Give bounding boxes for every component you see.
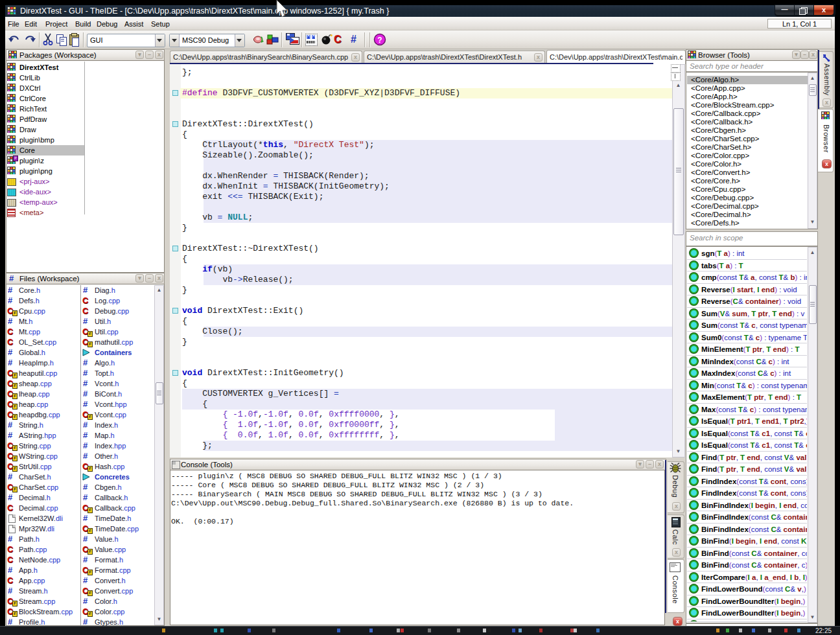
- svg-text:?: ?: [377, 36, 382, 45]
